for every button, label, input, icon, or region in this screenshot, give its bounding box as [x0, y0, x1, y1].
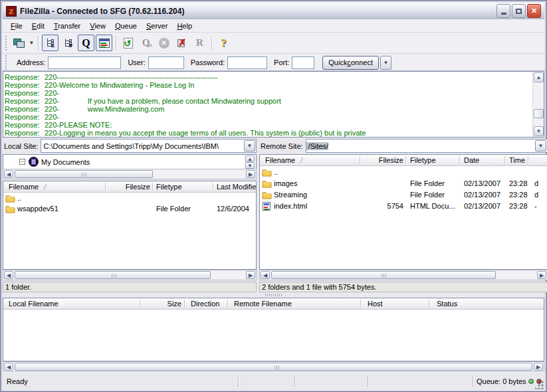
local-list-horizontal-scrollbar[interactable]: ◀ ▶ — [3, 270, 257, 280]
reconnect-button[interactable]: R — [191, 35, 208, 51]
column-resizer[interactable] — [504, 156, 505, 164]
column-resizer[interactable] — [528, 156, 528, 164]
local-site-combo[interactable]: C:\Documents and Settings\Tripp\My Docum… — [41, 139, 257, 153]
tree-item-my-documents[interactable]: − My Documents — [19, 157, 90, 167]
log-scroll-thumb[interactable] — [534, 109, 544, 118]
menu-help[interactable]: Help — [172, 21, 197, 31]
refresh-button[interactable]: ↺ — [120, 35, 136, 51]
column-resizer[interactable] — [459, 156, 460, 164]
column-size[interactable]: Size — [141, 300, 181, 308]
menu-queue[interactable]: Queue — [110, 21, 142, 31]
column-local-filename[interactable]: Local Filename — [9, 300, 58, 308]
menu-server[interactable]: Server — [142, 21, 172, 31]
remote-row-index-html[interactable]: index.html 5754 HTML Docu... 02/13/2007 … — [260, 201, 547, 212]
resize-grip[interactable] — [535, 381, 544, 389]
chevron-down-icon[interactable]: ▼ — [244, 140, 255, 151]
scroll-up-icon[interactable]: ▲ — [534, 72, 544, 82]
remote-list-scroll-thumb[interactable] — [271, 271, 496, 279]
toolbar-grip[interactable] — [5, 36, 8, 50]
cancel-button[interactable]: ✕ — [156, 35, 172, 51]
scroll-down-icon[interactable]: ▼ — [534, 126, 544, 136]
menu-transfer[interactable]: Transfer — [49, 21, 86, 31]
column-resizer[interactable] — [213, 183, 213, 191]
scroll-right-icon[interactable]: ▶ — [537, 271, 546, 279]
column-resizer[interactable] — [360, 300, 361, 308]
column-remote-filename[interactable]: Remote Filename — [234, 300, 292, 308]
remote-row-streaming[interactable]: Streaming File Folder 02/13/2007 23:28 d — [260, 190, 547, 201]
toggle-message-log-button[interactable] — [96, 35, 112, 51]
scroll-right-icon[interactable]: ▶ — [534, 363, 543, 371]
address-input[interactable] — [48, 56, 121, 69]
remote-row-parent-dir[interactable]: .. — [260, 167, 547, 178]
column-resizer[interactable] — [184, 300, 185, 308]
tree-vertical-scrollbar[interactable]: ▲ ▼ — [245, 155, 255, 169]
column-resizer[interactable] — [227, 300, 228, 308]
local-file-list[interactable]: Filename/ Filesize Filetype Last Modifie… — [3, 181, 257, 270]
log-vertical-scrollbar[interactable]: ▲ ▼ — [532, 72, 544, 137]
column-filesize[interactable]: Filesize — [106, 183, 150, 191]
remote-row-images[interactable]: images File Folder 02/13/2007 23:28 d — [260, 179, 547, 189]
close-button[interactable]: ✕ — [527, 4, 541, 18]
message-log[interactable]: Response:220----------------------------… — [3, 71, 544, 138]
column-resizer[interactable] — [360, 156, 360, 164]
local-tree[interactable]: − My Documents ▲ ▼ — [3, 154, 257, 169]
site-manager-dropdown[interactable]: ▼ — [28, 35, 35, 51]
quickconnect-dropdown[interactable]: ▼ — [380, 56, 391, 70]
process-queue-button[interactable]: Q ➜ — [138, 35, 154, 51]
column-filename[interactable]: Filename/ — [265, 156, 302, 164]
title-bar[interactable]: Z FileZilla - Connected to SFG (70.62.11… — [3, 3, 544, 19]
queue-horizontal-scrollbar[interactable]: ◀ ▶ — [3, 361, 544, 372]
remote-list-horizontal-scrollbar[interactable]: ◀ ▶ — [259, 270, 547, 280]
toggle-local-tree-button[interactable]: L — [42, 35, 58, 51]
column-host[interactable]: Host — [368, 300, 383, 308]
password-input[interactable] — [227, 56, 267, 69]
scroll-left-icon[interactable]: ◀ — [4, 363, 13, 371]
local-row-parent-dir[interactable]: .. — [3, 193, 256, 204]
column-status[interactable]: Status — [437, 300, 457, 308]
menu-view[interactable]: View — [85, 21, 110, 31]
column-resizer[interactable] — [152, 183, 153, 191]
toggle-queue-button[interactable]: Q — [78, 35, 94, 51]
tree-horizontal-scrollbar[interactable]: ◀ ▶ — [3, 169, 257, 179]
column-direction[interactable]: Direction — [191, 300, 219, 308]
column-time[interactable]: Time — [509, 156, 525, 164]
user-input[interactable] — [148, 56, 184, 69]
scroll-down-icon[interactable]: ▼ — [245, 162, 255, 169]
column-filesize[interactable]: Filesize — [361, 156, 403, 164]
collapse-icon[interactable]: − — [19, 159, 25, 165]
local-list-scroll-thumb[interactable] — [15, 271, 211, 279]
column-filename[interactable]: Filename/ — [9, 183, 46, 191]
column-date[interactable]: Date — [464, 156, 479, 164]
tree-scroll-thumb[interactable] — [15, 170, 153, 178]
help-button[interactable]: ? — [215, 35, 232, 51]
scroll-left-icon[interactable]: ◀ — [261, 271, 270, 279]
menu-file[interactable]: File — [6, 21, 27, 31]
transfer-queue[interactable]: Local Filename Size Direction Remote Fil… — [3, 298, 544, 361]
toggle-remote-tree-button[interactable]: F — [60, 35, 76, 51]
quickconnect-button[interactable]: Quickconnect — [322, 56, 379, 70]
minimize-button[interactable] — [496, 4, 510, 18]
column-resizer[interactable] — [140, 300, 140, 308]
column-resizer[interactable] — [429, 300, 429, 308]
quickconnect-grip[interactable] — [5, 55, 8, 70]
site-manager-button[interactable] — [11, 35, 27, 51]
column-filetype[interactable]: Filetype — [410, 156, 436, 164]
column-last-modified[interactable]: Last Modified — [217, 183, 257, 191]
local-path[interactable]: C:\Documents and Settings\Tripp\My Docum… — [41, 142, 219, 150]
local-row-wsappdev51[interactable]: wsappdev51 File Folder 12/6/2004 — [3, 204, 256, 215]
chevron-down-icon[interactable]: ▼ — [535, 140, 546, 151]
column-resizer[interactable] — [105, 183, 106, 191]
scroll-up-icon[interactable]: ▲ — [245, 155, 255, 162]
scroll-left-icon[interactable]: ◀ — [4, 170, 13, 178]
remote-site-combo[interactable]: /Sites/ ▼ — [306, 139, 547, 153]
remote-file-list[interactable]: Filename/ Filesize Filetype Date Time .. — [259, 154, 547, 270]
column-filetype[interactable]: Filetype — [156, 183, 182, 191]
queue-splitter[interactable] — [3, 292, 544, 298]
port-input[interactable] — [292, 56, 314, 69]
disconnect-button[interactable]: ✗ — [173, 35, 190, 51]
queue-scroll-thumb[interactable] — [15, 363, 532, 371]
maximize-button[interactable] — [512, 4, 526, 18]
remote-path[interactable]: /Sites/ — [306, 142, 329, 150]
menu-edit[interactable]: Edit — [27, 21, 49, 31]
scroll-left-icon[interactable]: ◀ — [4, 271, 13, 279]
